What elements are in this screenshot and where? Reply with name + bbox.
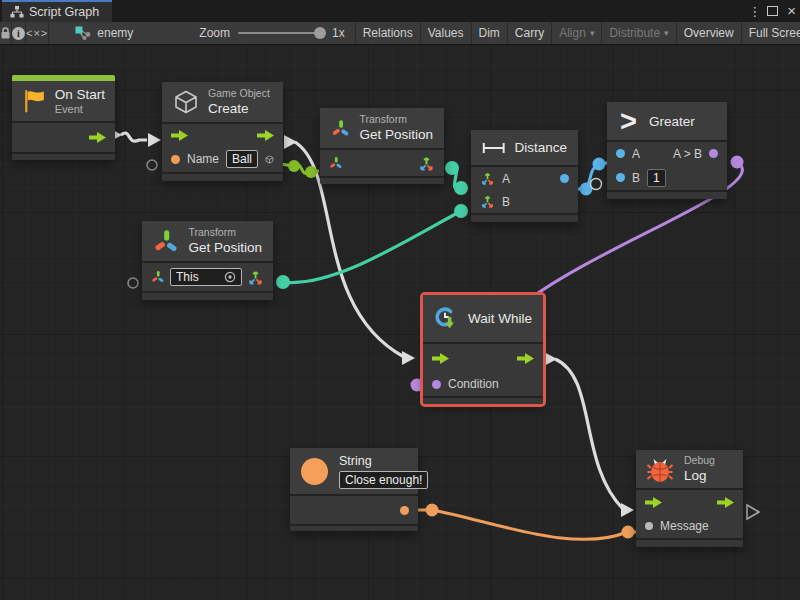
- zoom-slider-handle[interactable]: [314, 27, 326, 39]
- code-icon: <×>: [26, 27, 48, 39]
- node-title: Distance: [514, 139, 567, 156]
- wire-arrowhead: [621, 503, 634, 517]
- node-distance[interactable]: Distance A B: [471, 130, 578, 222]
- wire-arrowhead: [402, 351, 415, 365]
- flow-in-port[interactable]: [171, 130, 188, 141]
- game-object-out-port[interactable]: [265, 152, 274, 167]
- node-category: Transform: [359, 113, 433, 126]
- node-title: Greater: [649, 113, 695, 130]
- flow-out-port[interactable]: [89, 132, 106, 143]
- flow-in-port[interactable]: [432, 353, 449, 364]
- window-titlebar: Script Graph ⋮ ×: [0, 0, 800, 22]
- unconnected-port-ring: [128, 278, 138, 288]
- string-value-field[interactable]: Close enough!: [339, 471, 428, 489]
- flow-out-port[interactable]: [717, 497, 734, 508]
- wire-arrowhead: [148, 133, 161, 147]
- port-label: B: [502, 195, 510, 209]
- zoom-value: 1x: [332, 26, 345, 40]
- code-view-button[interactable]: <×>: [26, 22, 49, 44]
- wire-onstart-to-create[interactable]: [121, 133, 147, 141]
- window-menu-icon[interactable]: ⋮: [748, 4, 758, 19]
- object-picker-icon[interactable]: [224, 271, 236, 283]
- full-screen-button[interactable]: Full Screen: [742, 22, 800, 44]
- node-category: Debug: [684, 454, 715, 467]
- name-value-field[interactable]: Ball: [226, 150, 258, 168]
- node-title: Get Position: [359, 126, 433, 143]
- node-debug-log[interactable]: Debug Log Message: [636, 450, 743, 547]
- node-title: Wait While: [468, 310, 532, 327]
- node-on-start[interactable]: On Start Event: [12, 75, 115, 160]
- transform-in-port[interactable]: [329, 156, 343, 170]
- relations-button[interactable]: Relations: [355, 22, 421, 44]
- bug-icon: [647, 456, 673, 483]
- node-title: Get Position: [188, 239, 262, 256]
- transform-in-port[interactable]: [151, 270, 165, 284]
- transform-icon: [331, 115, 350, 142]
- carry-button[interactable]: Carry: [508, 22, 552, 44]
- node-create-game-object[interactable]: Game Object Create Name Ball: [162, 82, 283, 181]
- node-category: Transform: [188, 226, 262, 239]
- node-category: Game Object: [208, 87, 270, 100]
- graph-pointer-icon: [75, 26, 91, 40]
- node-title: Create: [208, 100, 270, 117]
- bool-out-port[interactable]: [709, 149, 718, 158]
- dim-button[interactable]: Dim: [472, 22, 508, 44]
- string-out-port[interactable]: [400, 506, 409, 515]
- float-in-port-b[interactable]: [616, 173, 625, 182]
- port-label: Name: [187, 152, 219, 166]
- port-label: Message: [660, 519, 709, 533]
- output-label: A > B: [673, 147, 702, 161]
- align-dropdown[interactable]: Align ▾: [552, 22, 602, 44]
- string-icon: [301, 458, 328, 485]
- tab-title: Script Graph: [29, 5, 99, 19]
- string-in-port[interactable]: [171, 155, 180, 164]
- float-in-port-a[interactable]: [616, 149, 625, 158]
- float-out-port[interactable]: [560, 174, 569, 183]
- port-label: Condition: [448, 377, 499, 391]
- cube-icon: [173, 89, 199, 115]
- zoom-slider[interactable]: [238, 32, 324, 34]
- maximize-icon[interactable]: [767, 6, 778, 16]
- node-title: String: [339, 453, 428, 470]
- distribute-dropdown[interactable]: Distribute ▾: [602, 22, 676, 44]
- node-get-position-this[interactable]: Transform Get Position This: [142, 221, 273, 300]
- message-in-port[interactable]: [645, 522, 653, 530]
- unconnected-port-ring: [147, 160, 157, 170]
- flow-out-port[interactable]: [517, 353, 534, 364]
- this-value-field[interactable]: This: [170, 268, 242, 286]
- values-button[interactable]: Values: [421, 22, 472, 44]
- wire-string-to-message[interactable]: [418, 510, 640, 539]
- graph-name: enemy: [97, 26, 133, 40]
- wire-waitwhile-to-log[interactable]: [555, 359, 623, 509]
- vector3-in-port-b[interactable]: [480, 194, 495, 209]
- node-greater[interactable]: > Greater A A > B B 1: [607, 102, 727, 199]
- greater-icon: >: [620, 108, 637, 134]
- graph-breadcrumb[interactable]: enemy: [49, 22, 133, 44]
- info-button[interactable]: i: [12, 22, 26, 44]
- node-wait-while[interactable]: Wait While Condition: [423, 295, 543, 404]
- unconnected-port-ring: [591, 179, 602, 190]
- chevron-down-icon: ▾: [590, 28, 595, 38]
- overview-button[interactable]: Overview: [677, 22, 742, 44]
- b-value-field[interactable]: 1: [647, 169, 666, 187]
- wire-getposition-to-distance-b[interactable]: [283, 211, 461, 283]
- lock-button[interactable]: [0, 22, 12, 44]
- zoom-control: Zoom 1x: [133, 22, 354, 44]
- distance-icon: [482, 141, 505, 155]
- vector3-out-port[interactable]: [247, 269, 264, 286]
- close-icon[interactable]: ×: [787, 6, 796, 16]
- tab-script-graph[interactable]: Script Graph: [2, 0, 112, 22]
- vector3-out-port[interactable]: [418, 155, 435, 172]
- port-label: A: [502, 172, 510, 186]
- vector3-in-port-a[interactable]: [480, 171, 495, 186]
- transform-icon: [153, 228, 179, 255]
- lock-icon: [0, 27, 11, 40]
- script-graph-icon: [10, 6, 24, 18]
- wire-arrowhead: [544, 352, 557, 366]
- flow-out-port[interactable]: [257, 130, 274, 141]
- condition-in-port[interactable]: [432, 380, 441, 389]
- flow-in-port[interactable]: [645, 497, 662, 508]
- node-string-literal[interactable]: String Close enough!: [290, 448, 418, 531]
- graph-canvas[interactable]: On Start Event Game Object Create: [0, 45, 800, 600]
- node-get-position-enemy[interactable]: Transform Get Position: [320, 108, 444, 184]
